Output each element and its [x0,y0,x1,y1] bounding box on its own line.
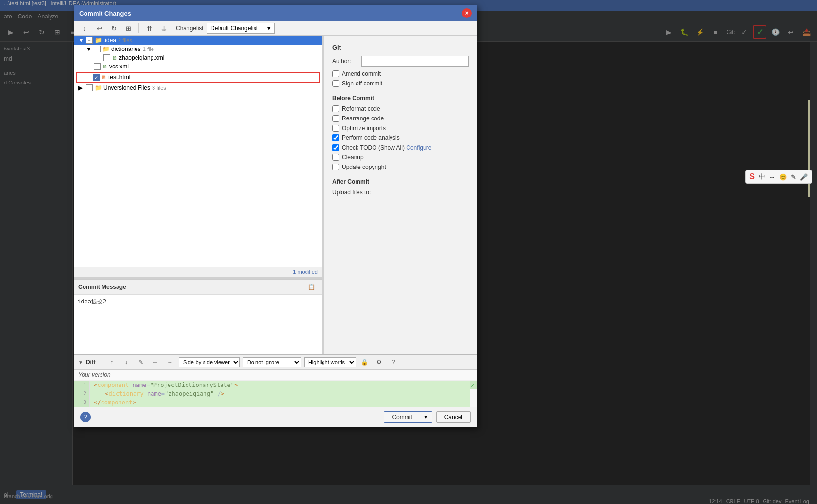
tree-item-vcs[interactable]: 🗎 vcs.xml [74,62,322,71]
toolbar-group-btn[interactable]: ⊞ [122,23,135,34]
git-author-label: Author: [332,58,361,65]
cleanup-row: Cleanup [332,154,469,161]
toolbar-move-btn[interactable]: ↕ [78,23,91,34]
amend-commit-checkbox[interactable] [332,70,339,77]
dialog-titlebar: Commit Changes × [74,5,477,21]
commit-message-header: Commit Message 📋 [74,280,322,295]
tree-item-zhaopeiqiang[interactable]: 🗎 zhaopeiqiang.xml [74,53,322,62]
diff-settings-btn[interactable]: ⚙ [374,357,385,367]
diff-section: ▼ Diff ↑ ↓ ✎ ← → Side-by-side viewer Uni… [74,354,477,407]
sogou-arrow-icon[interactable]: ↔ [769,173,775,181]
toolbar-expand-btn[interactable]: ⇈ [143,23,155,34]
file-tree-footer: 1 modified [74,267,322,277]
commit-dropdown-btn[interactable]: ▼ [420,411,432,423]
dialog-close-btn[interactable]: × [462,8,472,18]
toolbar-refresh-btn[interactable]: ↻ [107,23,120,34]
update-copyright-label[interactable]: Update copyright [342,164,386,170]
rearrange-code-label[interactable]: Rearrange code [342,115,384,122]
commit-message-copy-btn[interactable]: 📋 [305,282,318,292]
tree-item-testhtml-name: test.html [108,74,130,81]
toolbar-undo-btn[interactable]: ↩ [93,23,105,34]
reformat-code-row: Reformat code [332,105,469,112]
changelist-dropdown-icon: ▼ [266,25,272,32]
sogou-pen-icon[interactable]: ✎ [791,173,796,181]
changelist-select[interactable]: Default Changelist ▼ [207,23,275,34]
diff-line-2: 2 <dictionary name="zhaopeiqiang" /> [74,389,477,398]
tree-expand-unversioned[interactable]: ▶ [78,84,86,91]
optimize-imports-row: Optimize imports [332,125,469,132]
cleanup-checkbox[interactable] [332,154,339,161]
diff-next-btn[interactable]: → [164,357,176,367]
tree-checkbox-unversioned[interactable] [86,84,93,91]
diff-highlight-select[interactable]: Highlight words Highlight lines Do not h… [304,357,356,367]
diff-edit-btn[interactable]: ✎ [135,357,147,367]
tree-item-unversioned-count: 3 files [152,85,166,91]
diff-prev-btn[interactable]: ← [150,357,161,367]
diff-down-btn[interactable]: ↓ [120,357,132,367]
diff-collapse-btn[interactable]: ▼ [78,360,83,365]
tree-checkbox-testhtml[interactable]: ✓ [93,74,100,81]
diff-title: Diff [86,359,96,366]
sogou-mic-icon[interactable]: 🎤 [800,173,808,181]
tree-item-dictionaries[interactable]: ▼ 📁 dictionaries 1 file [74,45,322,53]
diff-ignore-select[interactable]: Do not ignore Ignore whitespace [243,357,301,367]
cancel-btn[interactable]: Cancel [436,411,471,423]
dialog-help-btn[interactable]: ? [80,412,91,422]
signoff-commit-label[interactable]: Sign-off commit [342,80,382,87]
tree-checkbox-dictionaries[interactable] [94,46,101,52]
tree-checkbox-zhaopeiqiang[interactable] [103,54,110,61]
configure-link[interactable]: Configure [406,144,431,151]
tree-indent: ▼ [78,37,86,44]
diff-viewer-select[interactable]: Side-by-side viewer Unified viewer [179,357,240,367]
diff-gutter-1: ✓ [470,381,477,389]
tree-indent: ▼ [86,46,94,52]
tree-item-idea-count: 2 files [118,37,132,43]
diff-lock-btn[interactable]: 🔒 [359,357,371,367]
tree-root-idea[interactable]: ▼ − 📁 .idea 2 files [74,36,322,45]
tree-item-testhtml[interactable]: ✓ 🗎 test.html [76,72,320,83]
check-icon: ✓ [470,381,474,389]
diff-help-btn[interactable]: ? [388,357,400,367]
commit-btn[interactable]: Commit [384,411,420,423]
tree-checkbox-idea[interactable]: − [86,37,93,44]
html-icon: 🗎 [102,74,107,80]
dialog-footer: ? Commit ▼ Cancel [74,407,477,427]
diff-gutter-2 [470,389,477,398]
file-tree-content: ▼ − 📁 .idea 2 files ▼ 📁 dictionaries 1 f… [74,36,322,267]
signoff-commit-checkbox[interactable] [332,80,339,87]
diff-up-btn[interactable]: ↑ [106,357,118,367]
toolbar-divider [138,23,139,33]
diff-divider [101,357,101,367]
toolbar-collapse-btn[interactable]: ⇊ [157,23,170,34]
rearrange-code-checkbox[interactable] [332,115,339,122]
sogou-chinese-icon[interactable]: 中 [759,172,765,181]
diff-header: ▼ Diff ↑ ↓ ✎ ← → Side-by-side viewer Uni… [74,355,477,370]
reformat-code-label[interactable]: Reformat code [342,105,380,112]
perform-analysis-label[interactable]: Perform code analysis [342,134,400,141]
dialog-toolbar: ↕ ↩ ↻ ⊞ ⇈ ⇊ Changelist: Default Changeli… [74,21,477,36]
update-copyright-checkbox[interactable] [332,164,339,170]
check-todo-label[interactable]: Check TODO (Show All) Configure [342,144,431,151]
optimize-imports-checkbox[interactable] [332,125,339,132]
git-options-panel: Git Author: Amend commit Sign-off commit… [324,36,477,354]
xml-icon: 🗎 [112,55,118,61]
tree-item-unversioned-name: Unversioned Files [103,84,150,91]
diff-line-3: 3 </component> [74,398,477,407]
check-todo-checkbox[interactable] [332,144,339,151]
diff-linecontent-3: </component> [90,398,470,407]
git-author-input[interactable] [361,56,469,67]
diff-linenum-1: 1 [74,381,90,389]
tree-item-unversioned[interactable]: ▶ 📁 Unversioned Files 3 files [74,84,322,92]
amend-commit-label[interactable]: Amend commit [342,70,381,77]
changelist-value: Default Changelist [210,25,258,32]
cleanup-label[interactable]: Cleanup [342,154,364,161]
tree-item-vcs-name: vcs.xml [109,63,129,70]
sogou-smile-icon[interactable]: 😊 [779,173,787,181]
diff-linenum-2: 2 [74,389,90,398]
optimize-imports-label[interactable]: Optimize imports [342,125,386,132]
perform-analysis-checkbox[interactable] [332,134,339,141]
reformat-code-checkbox[interactable] [332,105,339,112]
commit-message-textarea[interactable]: idea提交2 [74,295,322,353]
tree-item-dict-name: dictionaries [111,46,141,52]
tree-checkbox-vcs[interactable] [94,63,101,70]
